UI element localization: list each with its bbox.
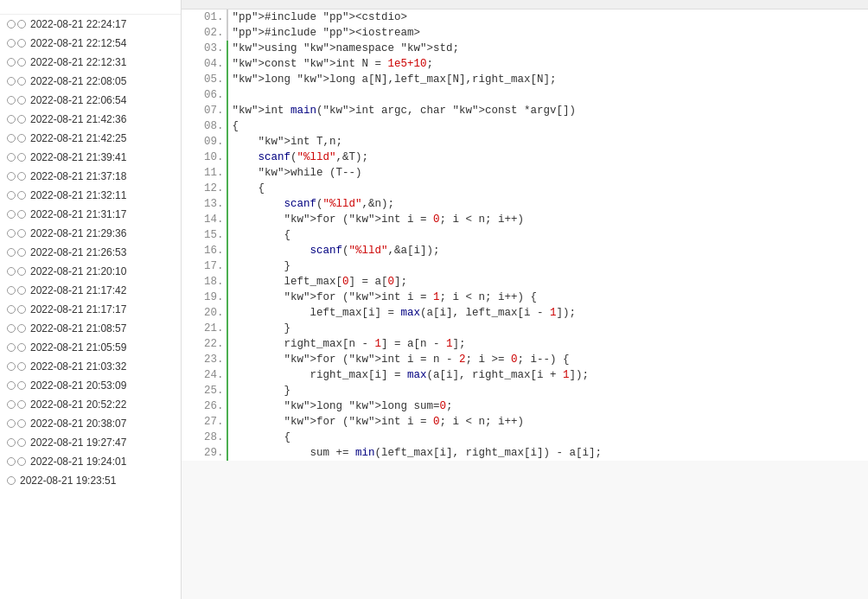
table-row: 02."pp">#include "pp"><iostream> [182,25,868,41]
code-line-content: "kw">for ("kw">int i = 0; i < n; i++) [227,414,868,430]
sidebar-item[interactable]: 2022-08-21 19:27:47 [0,433,181,452]
submission-timestamp: 2022-08-21 19:23:51 [20,475,116,487]
code-line-content: right_max[n - 1] = a[n - 1]; [227,336,868,352]
status-circle [17,457,26,466]
table-row: 03."kw">using "kw">namespace "kw">std; [182,41,868,56]
table-row: 28. { [182,430,868,445]
status-circle [7,134,16,143]
status-circle [17,39,26,48]
status-circle [7,400,16,409]
table-row: 10. scanf("%lld",&T); [182,150,868,165]
submission-timestamp: 2022-08-21 20:52:22 [30,398,126,411]
sidebar-item[interactable]: 2022-08-21 20:52:22 [0,395,181,414]
table-row: 15. { [182,227,868,243]
sidebar-item[interactable]: 2022-08-21 22:08:05 [0,72,181,91]
status-circles [7,419,26,428]
line-number: 28. [182,430,227,445]
status-circles [7,153,26,162]
status-circles [7,210,26,219]
sidebar-item[interactable]: 2022-08-21 21:31:17 [0,205,181,224]
status-circle [17,267,26,276]
sidebar-item[interactable]: 2022-08-21 19:23:51 [0,471,181,490]
sidebar-item[interactable]: 2022-08-21 22:24:17 [0,15,181,34]
status-circle [7,210,16,219]
sidebar-item[interactable]: 2022-08-21 21:17:42 [0,281,181,300]
code-line-content: "pp">#include "pp"><iostream> [227,25,868,41]
table-row: 24. right_max[i] = max(a[i], right_max[i… [182,367,868,383]
status-circle [17,115,26,124]
sidebar-item[interactable]: 2022-08-21 21:42:36 [0,110,181,129]
status-circle [7,153,16,162]
line-number: 08. [182,118,227,134]
code-line-content: } [227,258,868,274]
status-circles [7,267,26,276]
status-circles [7,77,26,86]
line-number: 22. [182,336,227,352]
sidebar-item[interactable]: 2022-08-21 19:24:01 [0,452,181,471]
status-circle [17,305,26,314]
table-row: 27. "kw">for ("kw">int i = 0; i < n; i++… [182,414,868,430]
status-circle [7,362,16,371]
status-circles [7,438,26,447]
sidebar-item[interactable]: 2022-08-21 21:05:59 [0,338,181,357]
line-number: 02. [182,25,227,41]
line-number: 05. [182,72,227,87]
submission-timestamp: 2022-08-21 21:42:25 [30,132,126,144]
code-line-content [227,87,868,103]
status-circle [17,419,26,428]
code-line-content: "kw">int T,n; [227,134,868,150]
table-row: 23. "kw">for ("kw">int i = n - 2; i >= 0… [182,352,868,367]
submission-timestamp: 2022-08-21 21:29:36 [30,227,126,239]
sidebar-item[interactable]: 2022-08-21 21:08:57 [0,319,181,338]
status-circle [17,153,26,162]
status-circle [17,77,26,86]
table-row: 18. left_max[0] = a[0]; [182,274,868,290]
sidebar-item[interactable]: 2022-08-21 20:53:09 [0,376,181,395]
code-line-content: left_max[0] = a[0]; [227,274,868,290]
code-line-content: "kw">using "kw">namespace "kw">std; [227,41,868,56]
code-content-wrapper[interactable]: 01."pp">#include "pp"><cstdio>02."pp">#i… [182,10,868,599]
sidebar-header [0,0,181,15]
submission-timestamp: 2022-08-21 21:26:53 [30,246,126,258]
code-line-content: "kw">const "kw">int N = 1e5+10; [227,56,868,72]
sidebar-item[interactable]: 2022-08-21 21:29:36 [0,224,181,243]
sidebar-item[interactable]: 2022-08-21 21:20:10 [0,262,181,281]
sidebar-item[interactable]: 2022-08-21 21:39:41 [0,148,181,167]
status-circle [17,362,26,371]
sidebar-item[interactable]: 2022-08-21 20:38:07 [0,414,181,433]
line-number: 12. [182,181,227,196]
sidebar-item[interactable]: 2022-08-21 21:42:25 [0,129,181,148]
table-row: 21. } [182,321,868,336]
sidebar-items-list: 2022-08-21 22:24:172022-08-21 22:12:5420… [0,15,181,490]
submission-timestamp: 2022-08-21 22:12:54 [30,37,126,49]
status-circle [17,191,26,200]
submission-timestamp: 2022-08-21 21:17:42 [30,284,126,296]
line-number: 29. [182,445,227,461]
status-circle [7,248,16,257]
status-circle [17,134,26,143]
sidebar-item[interactable]: 2022-08-21 21:17:17 [0,300,181,319]
line-number: 10. [182,150,227,165]
line-number: 15. [182,227,227,243]
status-circle [7,39,16,48]
status-circles [7,248,26,257]
line-number: 18. [182,274,227,290]
code-panel: 01."pp">#include "pp"><cstdio>02."pp">#i… [182,0,868,599]
sidebar-item[interactable]: 2022-08-21 21:32:11 [0,186,181,205]
code-line-content: "pp">#include "pp"><cstdio> [227,10,868,25]
line-number: 26. [182,398,227,414]
line-number: 25. [182,383,227,398]
status-circles [7,20,26,29]
status-circle [7,267,16,276]
sidebar-item[interactable]: 2022-08-21 21:03:32 [0,357,181,376]
code-line-content: "kw">long "kw">long a[N],left_max[N],rig… [227,72,868,87]
sidebar-item[interactable]: 2022-08-21 22:12:31 [0,53,181,72]
submission-sidebar[interactable]: 2022-08-21 22:24:172022-08-21 22:12:5420… [0,0,182,599]
sidebar-item[interactable]: 2022-08-21 22:06:54 [0,91,181,110]
code-line-content: scanf("%lld",&n); [227,196,868,212]
table-row: 20. left_max[i] = max(a[i], left_max[i -… [182,305,868,321]
sidebar-item[interactable]: 2022-08-21 21:26:53 [0,243,181,262]
sidebar-item[interactable]: 2022-08-21 22:12:54 [0,34,181,53]
status-circle [7,77,16,86]
sidebar-item[interactable]: 2022-08-21 21:37:18 [0,167,181,186]
